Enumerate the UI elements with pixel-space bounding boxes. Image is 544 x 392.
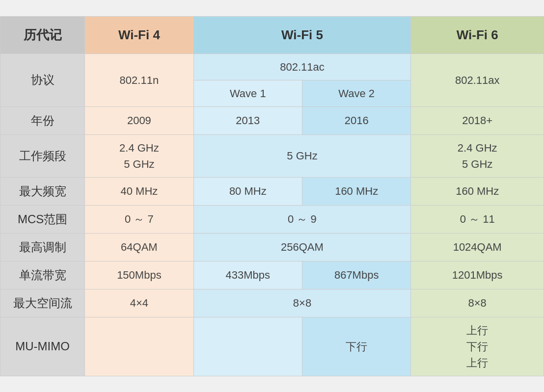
modulation-wifi6: 1024QAM bbox=[411, 233, 544, 261]
header-wifi4: Wi-Fi 4 bbox=[85, 16, 193, 53]
mumimo-wifi5-wave2: 下行 bbox=[302, 317, 410, 376]
protocol-wifi5-header: 802.11ac bbox=[193, 53, 411, 80]
spatial-wifi6: 8×8 bbox=[411, 289, 544, 317]
year-wifi5-wave1: 2013 bbox=[193, 106, 302, 134]
modulation-row: 最高调制 64QAM 256QAM 1024QAM bbox=[0, 233, 544, 261]
mcs-row: MCS范围 0 ～ 7 0 ～ 9 0 ～ 11 bbox=[0, 205, 544, 233]
year-wifi4: 2009 bbox=[85, 106, 193, 134]
mumimo-wifi4 bbox=[85, 317, 193, 376]
mcs-wifi4: 0 ～ 7 bbox=[85, 205, 193, 233]
stream-bw-row: 单流带宽 150Mbps 433Mbps 867Mbps 1201Mbps bbox=[0, 261, 544, 289]
mcs-wifi6: 0 ～ 11 bbox=[411, 205, 544, 233]
bandwidth-wifi4: 40 MHz bbox=[85, 177, 193, 205]
mumimo-row: MU-MIMO 下行 上行 下行 上行 bbox=[0, 317, 544, 376]
mumimo-wifi6: 上行 下行 上行 bbox=[411, 317, 544, 376]
header-wifi5: Wi-Fi 5 bbox=[193, 16, 411, 53]
label-freq: 工作频段 bbox=[0, 134, 85, 177]
stream-bw-wifi6: 1201Mbps bbox=[411, 261, 544, 289]
protocol-row: 协议 802.11n 802.11ac 802.11ax bbox=[0, 53, 544, 80]
stream-bw-wifi4: 150Mbps bbox=[85, 261, 193, 289]
spatial-wifi4: 4×4 bbox=[85, 289, 193, 317]
mcs-wifi5: 0 ～ 9 bbox=[193, 205, 411, 233]
freq-wifi4: 2.4 GHz 5 GHz bbox=[85, 134, 193, 177]
label-mcs: MCS范围 bbox=[0, 205, 85, 233]
bandwidth-wifi5-wave2: 160 MHz bbox=[302, 177, 410, 205]
modulation-wifi5: 256QAM bbox=[193, 233, 411, 261]
spatial-wifi5: 8×8 bbox=[193, 289, 411, 317]
label-mumimo: MU-MIMO bbox=[0, 317, 85, 376]
stream-bw-wifi5-wave1: 433Mbps bbox=[193, 261, 302, 289]
wave2-label: Wave 2 bbox=[302, 80, 410, 106]
mumimo-wifi5-wave1 bbox=[193, 317, 302, 376]
wave1-label: Wave 1 bbox=[193, 80, 302, 106]
freq-wifi6: 2.4 GHz 5 GHz bbox=[411, 134, 544, 177]
protocol-wifi4: 802.11n bbox=[85, 53, 193, 106]
bandwidth-wifi5-wave1: 80 MHz bbox=[193, 177, 302, 205]
label-modulation: 最高调制 bbox=[0, 233, 85, 261]
year-wifi5-wave2: 2016 bbox=[302, 106, 410, 134]
label-stream-bw: 单流带宽 bbox=[0, 261, 85, 289]
spatial-row: 最大空间流 4×4 8×8 8×8 bbox=[0, 289, 544, 317]
header-row: 历代记 Wi-Fi 4 Wi-Fi 5 Wi-Fi 6 bbox=[0, 16, 544, 53]
label-protocol: 协议 bbox=[0, 53, 85, 106]
wifi-comparison-table: 历代记 Wi-Fi 4 Wi-Fi 5 Wi-Fi 6 协议 802.11n 8… bbox=[0, 16, 544, 376]
label-year: 年份 bbox=[0, 106, 85, 134]
freq-wifi5: 5 GHz bbox=[193, 134, 411, 177]
freq-row: 工作频段 2.4 GHz 5 GHz 5 GHz 2.4 GHz 5 GHz bbox=[0, 134, 544, 177]
bandwidth-row: 最大频宽 40 MHz 80 MHz 160 MHz 160 MHz bbox=[0, 177, 544, 205]
modulation-wifi4: 64QAM bbox=[85, 233, 193, 261]
protocol-wifi6: 802.11ax bbox=[411, 53, 544, 106]
year-row: 年份 2009 2013 2016 2018+ bbox=[0, 106, 544, 134]
header-label: 历代记 bbox=[0, 16, 85, 53]
year-wifi6: 2018+ bbox=[411, 106, 544, 134]
stream-bw-wifi5-wave2: 867Mbps bbox=[302, 261, 410, 289]
label-bandwidth: 最大频宽 bbox=[0, 177, 85, 205]
label-spatial: 最大空间流 bbox=[0, 289, 85, 317]
bandwidth-wifi6: 160 MHz bbox=[411, 177, 544, 205]
header-wifi6: Wi-Fi 6 bbox=[411, 16, 544, 53]
